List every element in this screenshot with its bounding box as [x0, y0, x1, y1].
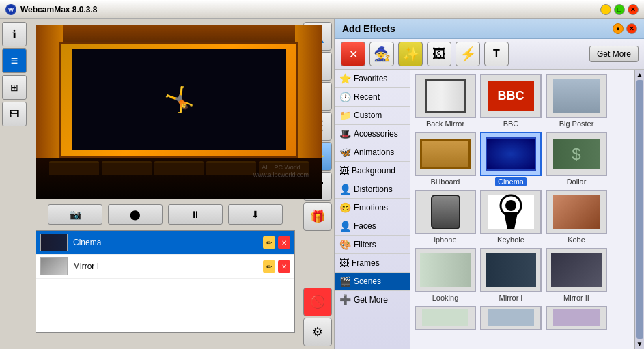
delete-cinema-button[interactable]: ✕	[278, 236, 290, 249]
cat-filters-label: Filters	[354, 240, 376, 249]
effect-card-extra-1[interactable]	[415, 306, 476, 330]
cat-background[interactable]: 🖼 Background	[335, 162, 410, 180]
effect-img-dollar: $	[546, 132, 607, 176]
faces-icon: 👤	[339, 221, 351, 232]
fx-add-image-button[interactable]: 🖼	[427, 42, 451, 66]
animations-icon: 🦋	[339, 147, 351, 158]
fx-add-text-button[interactable]: T	[484, 42, 509, 66]
cat-distortions[interactable]: 👤 Distortions	[335, 180, 410, 199]
effect-label-cinema: Cinema	[73, 238, 101, 247]
scroll-down-arrow[interactable]: ▼	[636, 340, 643, 348]
category-list: ⭐ Favorites 🕐 Recent 📁 Custom 🎩 Accessor…	[335, 70, 410, 349]
cat-emotions[interactable]: 😊 Emotions	[335, 199, 410, 217]
effects-close-button[interactable]: ✕	[626, 23, 637, 34]
effect-card-dollar[interactable]: $ Dollar	[546, 132, 607, 186]
effect-card-keyhole[interactable]: Keyhole	[480, 190, 542, 244]
effect-card-extra-2[interactable]	[480, 306, 542, 330]
scroll-up-arrow[interactable]: ▲	[636, 71, 643, 79]
scenes-icon: 🎬	[339, 276, 351, 287]
minimize-button[interactable]: ─	[600, 4, 611, 15]
effects-content: ⭐ Favorites 🕐 Recent 📁 Custom 🎩 Accessor…	[335, 70, 644, 349]
tab-list[interactable]: ≡	[2, 48, 27, 73]
tab-film[interactable]: 🎞	[2, 102, 27, 126]
record-button[interactable]: ⬤	[108, 204, 163, 225]
get-more-button[interactable]: Get More	[589, 46, 639, 62]
app-logo: W	[5, 4, 16, 15]
effect-label-dollar: Dollar	[546, 178, 607, 186]
effect-card-cinema[interactable]: Cinema	[480, 132, 542, 186]
delete-mirror-button[interactable]: ✕	[278, 260, 290, 273]
effect-label-mirror-i: Mirror I	[73, 262, 99, 271]
app-title: WebcamMax 8.0.3.8	[20, 5, 98, 14]
cat-frames-label: Frames	[352, 258, 380, 268]
effect-img-cinema	[480, 132, 542, 176]
cat-faces[interactable]: 👤 Faces	[335, 217, 410, 236]
effect-img-iphone	[415, 190, 476, 234]
cat-accessories[interactable]: 🎩 Accessories	[335, 125, 410, 143]
effect-img-keyhole	[480, 190, 542, 234]
fx-add-flash-button[interactable]: ⚡	[456, 42, 480, 66]
effects-row-2: Billboard Cinema $ Doll	[415, 132, 630, 186]
effect-label-mirror-ii: Mirror II	[546, 294, 607, 302]
effect-label-looking: Looking	[415, 294, 476, 302]
cat-recent[interactable]: 🕐 Recent	[335, 88, 410, 107]
cat-animations[interactable]: 🦋 Animations	[335, 143, 410, 162]
snapshot-button[interactable]: 📷	[48, 204, 102, 225]
cat-favorites[interactable]: ⭐ Favorites	[335, 70, 410, 88]
effect-card-looking[interactable]: Looking	[415, 248, 476, 302]
effect-label-bbc: BBC	[480, 120, 542, 128]
fx-effects-button[interactable]: ✨	[398, 42, 423, 66]
pause-button[interactable]: ⏸	[168, 204, 223, 225]
cat-filters[interactable]: 🎨 Filters	[335, 236, 410, 254]
tab-grid[interactable]: ⊞	[2, 75, 27, 100]
title-controls: ─ □ ✕	[600, 4, 639, 15]
effects-btn-orange[interactable]: ●	[613, 23, 624, 34]
custom-icon: 📁	[339, 110, 351, 121]
effect-img-looking	[415, 248, 476, 292]
effects-title-controls: ● ✕	[613, 23, 637, 34]
effects-scrollbar[interactable]: ▲ ▼	[634, 70, 644, 349]
svg-marker-4	[504, 212, 518, 229]
effects-grid: Back Mirror BBC BBC Big Poster	[410, 70, 634, 349]
effect-card-mirror-ii[interactable]: Mirror II	[546, 248, 607, 302]
camera-controls: 📷 ⬤ ⏸ ⬇	[36, 204, 295, 225]
effect-label-back-mirror: Back Mirror	[415, 120, 476, 128]
effect-actions-cinema: ✏ ✕	[263, 236, 290, 249]
scroll-thumb[interactable]	[636, 80, 643, 339]
effect-img-extra-3	[546, 306, 607, 330]
cat-distortions-label: Distortions	[354, 184, 393, 194]
effect-card-iphone[interactable]: iphone	[415, 190, 476, 244]
edit-mirror-button[interactable]: ✏	[263, 260, 275, 273]
toolbar-btn-gift[interactable]: 🎁	[303, 202, 332, 231]
effect-card-extra-3[interactable]	[546, 306, 607, 330]
tab-info[interactable]: ℹ	[2, 22, 27, 46]
toolbar-btn-settings[interactable]: ⚙	[303, 318, 332, 346]
effect-card-back-mirror[interactable]: Back Mirror	[415, 74, 476, 128]
edit-cinema-button[interactable]: ✏	[263, 236, 275, 249]
effect-card-kobe[interactable]: Kobe	[546, 190, 607, 244]
emotions-icon: 😊	[339, 202, 351, 213]
effect-card-bbc[interactable]: BBC BBC	[480, 74, 542, 128]
effect-card-big-poster[interactable]: Big Poster	[546, 74, 607, 128]
effect-thumb-cinema	[40, 234, 68, 251]
effect-item-cinema[interactable]: Cinema ✏ ✕	[36, 231, 294, 255]
favorites-icon: ⭐	[339, 73, 351, 84]
download-button[interactable]: ⬇	[228, 204, 283, 225]
effect-img-back-mirror	[415, 74, 476, 118]
fx-remove-button[interactable]: ✕	[341, 42, 365, 66]
distortions-icon: 👤	[339, 184, 351, 195]
cat-frames[interactable]: 🖼 Frames	[335, 254, 410, 273]
effect-card-mirror-i[interactable]: Mirror I	[480, 248, 542, 302]
cat-get-more[interactable]: ➕ Get More	[335, 291, 410, 309]
applied-effects-list: Cinema ✏ ✕ Mirror I ✏ ✕	[36, 230, 295, 333]
fx-magic-button[interactable]: 🧙	[369, 42, 394, 66]
toolbar-btn-error[interactable]: 🚫	[303, 288, 332, 316]
close-button[interactable]: ✕	[628, 4, 639, 15]
cat-accessories-label: Accessories	[354, 129, 398, 139]
maximize-button[interactable]: □	[614, 4, 625, 15]
cat-emotions-label: Emotions	[354, 203, 388, 212]
cat-scenes[interactable]: 🎬 Scenes	[335, 273, 410, 291]
effect-item-mirror-i[interactable]: Mirror I ✏ ✕	[36, 255, 294, 279]
cat-custom[interactable]: 📁 Custom	[335, 107, 410, 125]
effect-card-billboard[interactable]: Billboard	[415, 132, 476, 186]
